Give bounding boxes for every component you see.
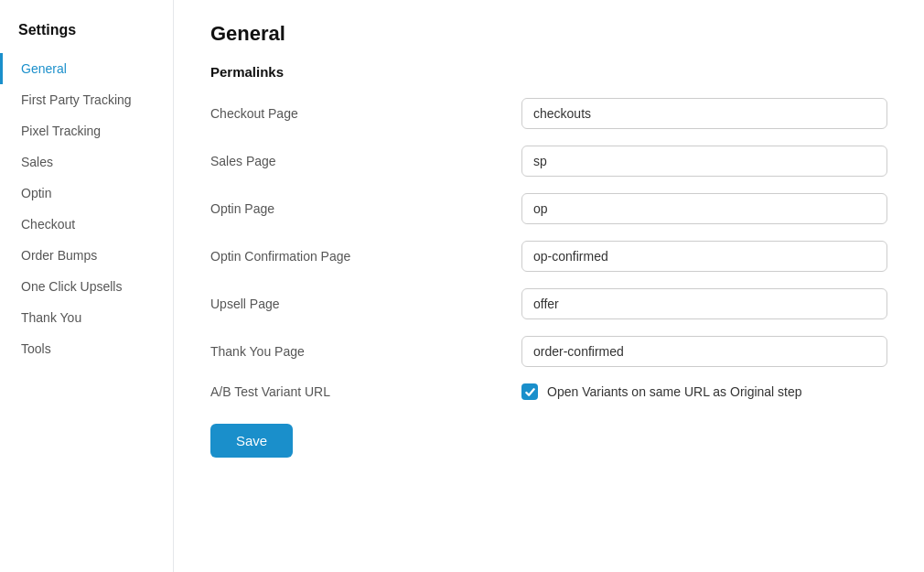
sidebar-item-first-party-tracking[interactable]: First Party Tracking [0,84,173,115]
save-button[interactable]: Save [210,424,293,458]
ab-test-checkbox-label: Open Variants on same URL as Original st… [547,384,802,399]
ab-test-checkbox[interactable] [521,383,538,400]
optin-confirmation-page-input[interactable] [521,241,887,272]
sales-page-row: Sales Page [210,146,887,177]
sales-page-input[interactable] [521,146,887,177]
sidebar: Settings General First Party Tracking Pi… [0,0,174,572]
thank-you-page-label: Thank You Page [210,344,521,359]
optin-page-row: Optin Page [210,193,887,224]
optin-confirmation-page-label: Optin Confirmation Page [210,249,521,264]
sidebar-item-one-click-upsells[interactable]: One Click Upsells [0,271,173,302]
sidebar-item-checkout[interactable]: Checkout [0,209,173,240]
checkout-page-row: Checkout Page [210,98,887,129]
ab-test-row: A/B Test Variant URL Open Variants on sa… [210,383,887,400]
thank-you-page-row: Thank You Page [210,336,887,367]
optin-page-label: Optin Page [210,201,521,216]
page-title: General [210,22,887,46]
checkout-page-input[interactable] [521,98,887,129]
sidebar-title: Settings [0,22,173,53]
thank-you-page-input[interactable] [521,336,887,367]
sidebar-item-general[interactable]: General [0,53,173,84]
ab-test-checkbox-wrapper[interactable]: Open Variants on same URL as Original st… [521,383,802,400]
main-content: General Permalinks Checkout Page Sales P… [174,0,924,572]
checkout-page-label: Checkout Page [210,106,521,121]
sidebar-item-optin[interactable]: Optin [0,178,173,209]
ab-test-label: A/B Test Variant URL [210,384,521,399]
sidebar-item-tools[interactable]: Tools [0,333,173,364]
sales-page-label: Sales Page [210,154,521,168]
sidebar-item-sales[interactable]: Sales [0,146,173,178]
optin-confirmation-page-row: Optin Confirmation Page [210,241,887,272]
section-title: Permalinks [210,64,887,80]
sidebar-item-thank-you[interactable]: Thank You [0,302,173,333]
upsell-page-row: Upsell Page [210,288,887,319]
sidebar-item-order-bumps[interactable]: Order Bumps [0,240,173,271]
optin-page-input[interactable] [521,193,887,224]
upsell-page-input[interactable] [521,288,887,319]
sidebar-item-pixel-tracking[interactable]: Pixel Tracking [0,115,173,146]
upsell-page-label: Upsell Page [210,297,521,311]
